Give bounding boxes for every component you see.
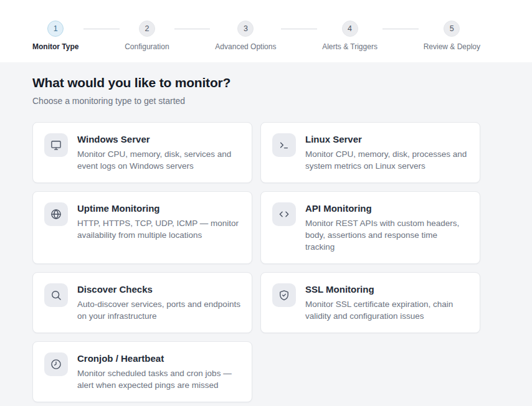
step-number-badge[interactable]: 5	[444, 21, 460, 37]
shield-check-icon	[272, 283, 296, 307]
step-alerts-triggers[interactable]: 4Alerts & Triggers	[322, 21, 378, 51]
step-label: Configuration	[125, 42, 169, 51]
step-label: Alerts & Triggers	[322, 42, 378, 51]
globe-icon	[44, 202, 68, 226]
card-description: Monitor CPU, memory, disk, services and …	[77, 148, 240, 172]
card-description: HTTP, HTTPS, TCP, UDP, ICMP — monitor av…	[77, 217, 240, 241]
card-description: Monitor REST APIs with custom headers, b…	[305, 217, 468, 253]
monitor-type-grid: Windows ServerMonitor CPU, memory, disk,…	[32, 122, 480, 402]
card-description: Monitor CPU, memory, disk, processes and…	[305, 148, 468, 172]
card-description: Monitor SSL certificate expiration, chai…	[305, 298, 468, 322]
step-number-badge[interactable]: 1	[47, 21, 64, 37]
stepper: 1Monitor Type2Configuration3Advanced Opt…	[32, 0, 480, 51]
monitor-card-discover-checks[interactable]: Discover ChecksAuto-discover services, p…	[32, 272, 252, 333]
card-text: Linux ServerMonitor CPU, memory, disk, p…	[305, 133, 468, 172]
monitor-card-uptime-monitoring[interactable]: Uptime MonitoringHTTP, HTTPS, TCP, UDP, …	[32, 191, 252, 264]
step-connector	[281, 29, 317, 29]
card-title: Uptime Monitoring	[77, 203, 240, 214]
card-text: Cronjob / HeartbeatMonitor scheduled tas…	[77, 352, 240, 391]
step-connector	[174, 29, 211, 29]
page-subtitle: Choose a monitoring type to get started	[32, 96, 480, 106]
step-label: Monitor Type	[32, 42, 78, 51]
card-text: API MonitoringMonitor REST APIs with cus…	[305, 202, 468, 253]
search-icon	[44, 283, 68, 307]
page-title: What would you like to monitor?	[32, 75, 480, 90]
card-title: Discover Checks	[77, 284, 240, 295]
terminal-icon	[272, 133, 296, 157]
card-text: Discover ChecksAuto-discover services, p…	[77, 283, 240, 322]
step-review-deploy[interactable]: 5Review & Deploy	[424, 21, 480, 51]
card-title: SSL Monitoring	[305, 284, 468, 295]
clock-icon	[44, 352, 68, 376]
main-content: What would you like to monitor? Choose a…	[32, 75, 480, 402]
card-title: Cronjob / Heartbeat	[77, 353, 240, 364]
step-connector	[382, 29, 419, 29]
monitor-icon	[44, 133, 68, 157]
wizard-header-band: 1Monitor Type2Configuration3Advanced Opt…	[0, 0, 532, 62]
card-description: Auto-discover services, ports and endpoi…	[77, 298, 240, 322]
monitor-card-windows-server[interactable]: Windows ServerMonitor CPU, memory, disk,…	[32, 122, 252, 183]
code-icon	[272, 202, 296, 226]
step-label: Advanced Options	[215, 42, 276, 51]
card-text: SSL MonitoringMonitor SSL certificate ex…	[305, 283, 468, 322]
step-number-badge[interactable]: 3	[237, 21, 254, 37]
card-description: Monitor scheduled tasks and cron jobs — …	[77, 367, 240, 391]
card-title: API Monitoring	[305, 203, 468, 214]
step-label: Review & Deploy	[424, 42, 480, 51]
step-connector	[83, 29, 120, 29]
step-number-badge[interactable]: 4	[342, 21, 358, 37]
card-title: Linux Server	[305, 134, 468, 144]
step-number-badge[interactable]: 2	[139, 21, 155, 37]
card-text: Uptime MonitoringHTTP, HTTPS, TCP, UDP, …	[77, 202, 240, 241]
card-text: Windows ServerMonitor CPU, memory, disk,…	[77, 133, 240, 172]
monitor-card-linux-server[interactable]: Linux ServerMonitor CPU, memory, disk, p…	[260, 122, 480, 183]
card-title: Windows Server	[77, 134, 240, 144]
monitor-card-api-monitoring[interactable]: API MonitoringMonitor REST APIs with cus…	[260, 191, 480, 264]
step-configuration[interactable]: 2Configuration	[125, 21, 169, 51]
step-monitor-type[interactable]: 1Monitor Type	[32, 21, 78, 51]
monitor-card-ssl-monitoring[interactable]: SSL MonitoringMonitor SSL certificate ex…	[260, 272, 480, 333]
monitor-card-cronjob-heartbeat[interactable]: Cronjob / HeartbeatMonitor scheduled tas…	[32, 341, 252, 402]
step-advanced-options[interactable]: 3Advanced Options	[215, 21, 276, 51]
